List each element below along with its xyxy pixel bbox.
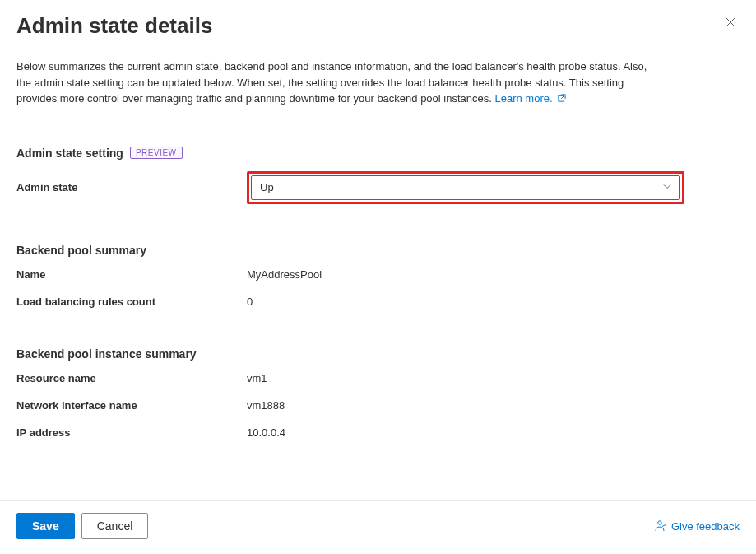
give-feedback-link[interactable]: Give feedback <box>653 519 740 533</box>
external-link-icon <box>557 93 567 103</box>
close-icon <box>725 16 736 28</box>
admin-state-dropdown-wrap: Up <box>251 175 680 200</box>
backend-pool-summary-heading: Backend pool summary <box>16 244 740 257</box>
admin-state-dropdown[interactable]: Up <box>251 175 680 200</box>
backend-instance-summary-heading: Backend pool instance summary <box>16 347 740 361</box>
admin-state-heading: Admin state setting PREVIEW <box>16 147 740 160</box>
backend-pool-name-value: MyAddressPool <box>247 268 322 281</box>
backend-pool-name-label: Name <box>16 268 247 281</box>
learn-more-label: Learn more. <box>495 92 553 105</box>
nic-name-label: Network interface name <box>16 399 247 412</box>
ip-address-row: IP address 10.0.0.4 <box>16 426 740 439</box>
resource-name-row: Resource name vm1 <box>16 372 740 384</box>
lb-rules-value: 0 <box>247 296 253 308</box>
admin-state-dropdown-value: Up <box>260 181 274 193</box>
admin-state-heading-text: Admin state setting <box>16 147 123 160</box>
description-text: Below summarizes the current admin state… <box>16 58 658 107</box>
feedback-icon <box>653 519 666 533</box>
preview-badge: PREVIEW <box>130 147 183 159</box>
svg-point-4 <box>658 521 661 524</box>
ip-address-value: 10.0.0.4 <box>247 426 285 439</box>
ip-address-label: IP address <box>16 426 247 439</box>
resource-name-label: Resource name <box>16 372 247 384</box>
learn-more-link[interactable]: Learn more. <box>495 92 568 105</box>
lb-rules-label: Load balancing rules count <box>16 296 247 308</box>
close-button[interactable] <box>721 13 740 33</box>
save-button[interactable]: Save <box>16 513 75 539</box>
cancel-button[interactable]: Cancel <box>81 513 149 539</box>
panel-title: Admin state details <box>16 13 212 39</box>
feedback-label: Give feedback <box>671 520 740 533</box>
resource-name-value: vm1 <box>247 372 267 384</box>
admin-state-row: Admin state Up <box>16 171 740 204</box>
admin-state-label: Admin state <box>16 181 247 193</box>
lb-rules-row: Load balancing rules count 0 <box>16 296 740 308</box>
nic-name-row: Network interface name vm1888 <box>16 399 740 412</box>
nic-name-value: vm1888 <box>247 399 285 412</box>
admin-state-dropdown-highlight: Up <box>247 171 684 204</box>
footer-left: Save Cancel <box>16 513 148 539</box>
footer: Save Cancel Give feedback <box>0 500 756 554</box>
backend-pool-name-row: Name MyAddressPool <box>16 268 740 281</box>
panel-header: Admin state details <box>16 13 740 39</box>
svg-line-3 <box>561 95 565 99</box>
